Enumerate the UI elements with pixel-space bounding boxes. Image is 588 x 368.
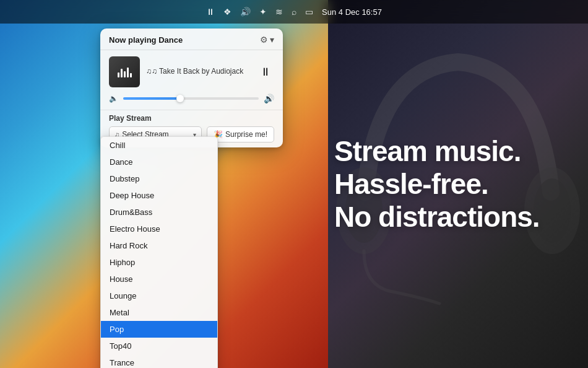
dropbox-icon[interactable]: ❖	[223, 7, 231, 17]
progress-fill	[123, 97, 180, 100]
dropdown-item-electro-house[interactable]: Electro House	[101, 221, 217, 237]
dropdown-item-drum-bass[interactable]: Drum&Bass	[101, 204, 217, 221]
eq-bar-5	[130, 73, 132, 77]
dropdown-item-pop[interactable]: Pop	[101, 321, 217, 338]
cast-icon[interactable]: ▭	[305, 7, 313, 17]
settings-gear-button[interactable]: ⚙ ▾	[260, 35, 274, 45]
dropdown-item-hiphop[interactable]: Hiphop	[101, 254, 217, 271]
hero-line-1: Stream music.	[334, 135, 569, 168]
play-stream-label: Play Stream	[109, 114, 274, 123]
dropdown-item-metal[interactable]: Metal	[101, 304, 217, 321]
dropdown-item-house[interactable]: House	[101, 271, 217, 287]
volume-high-icon: 🔊	[264, 94, 274, 103]
eq-bar-1	[118, 72, 119, 77]
now-playing-popup: Now playing Dance ⚙ ▾ ♫♫ Take It Back by…	[100, 28, 283, 147]
menubar: ⏸ ❖ 🔊 ✦ ≋ ⌕ ▭ Sun 4 Dec 16:57	[0, 0, 588, 24]
album-art	[109, 56, 140, 87]
dropdown-item-dance[interactable]: Dance	[101, 154, 217, 170]
gear-icon: ⚙	[260, 35, 268, 45]
search-menubar-icon[interactable]: ⌕	[292, 7, 296, 17]
hero-text-block: Stream music. Hassle-free. No distractio…	[334, 135, 569, 234]
popup-header: Now playing Dance ⚙ ▾	[100, 28, 283, 50]
progress-bar[interactable]	[123, 97, 259, 100]
dropdown-item-trance[interactable]: Trance	[101, 354, 217, 368]
progress-handle[interactable]	[176, 95, 184, 102]
dropdown-item-lounge[interactable]: Lounge	[101, 287, 217, 304]
track-name: ♫♫ Take It Back by Audiojack	[146, 67, 251, 76]
hero-line-2: Hassle-free.	[334, 168, 569, 201]
bluetooth-icon[interactable]: ✦	[259, 7, 267, 17]
dropdown-item-chill[interactable]: Chill	[101, 137, 217, 154]
wifi-icon[interactable]: ≋	[275, 7, 283, 17]
equalizer-icon	[118, 66, 132, 77]
pause-button[interactable]: ⏸	[257, 63, 274, 81]
volume-menubar-icon[interactable]: 🔊	[240, 7, 251, 17]
hero-line-3: No distractions.	[334, 200, 569, 233]
stream-dropdown-list: ChillDanceDubstepDeep HouseDrum&BassElec…	[100, 136, 218, 368]
volume-low-icon: 🔈	[109, 94, 118, 103]
gear-chevron-icon: ▾	[270, 35, 274, 45]
eq-bar-2	[121, 69, 123, 77]
pause-icon[interactable]: ⏸	[206, 7, 215, 17]
eq-bar-4	[127, 68, 129, 77]
dropdown-item-dubstep[interactable]: Dubstep	[101, 170, 217, 187]
dropdown-item-deep-house[interactable]: Deep House	[101, 187, 217, 204]
popup-title: Now playing Dance	[109, 35, 183, 45]
now-playing-section: ♫♫ Take It Back by Audiojack ⏸	[100, 50, 283, 94]
dropdown-item-top40[interactable]: Top40	[101, 338, 217, 354]
dropdown-item-hard-rock[interactable]: Hard Rock	[101, 237, 217, 254]
datetime-display: Sun 4 Dec 16:57	[322, 7, 382, 17]
eq-bar-3	[124, 71, 126, 77]
surprise-label: Surprise me!	[225, 130, 267, 139]
progress-section: 🔈 🔊	[100, 94, 283, 110]
track-info: ♫♫ Take It Back by Audiojack	[146, 67, 251, 77]
